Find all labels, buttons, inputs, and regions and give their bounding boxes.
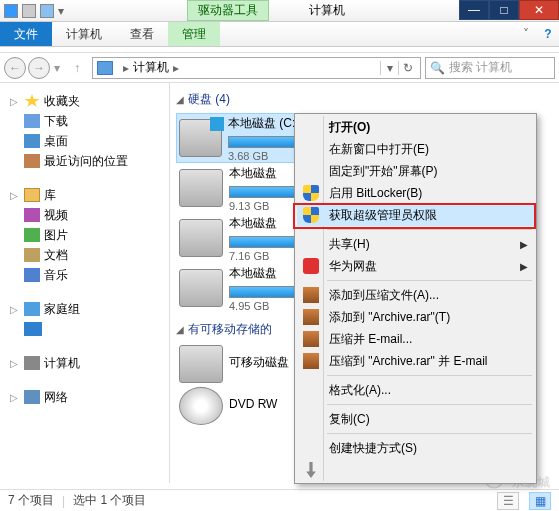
context-menu: 打开(O) 在新窗口中打开(E) 固定到"开始"屏幕(P) 启用 BitLock…	[294, 113, 537, 484]
network-icon	[24, 390, 40, 404]
drive-icon	[179, 119, 222, 157]
archive-icon	[303, 309, 319, 325]
homegroup-icon	[24, 322, 42, 336]
qat-icon[interactable]	[40, 4, 54, 18]
close-button[interactable]: ✕	[519, 0, 559, 20]
nav-pictures[interactable]: 图片	[4, 225, 165, 245]
breadcrumb-sep[interactable]: ▸	[173, 61, 179, 75]
video-icon	[24, 208, 40, 222]
ctx-pin-start[interactable]: 固定到"开始"屏幕(P)	[297, 160, 534, 182]
window-controls: — □ ✕	[459, 0, 559, 22]
address-bar[interactable]: ▸ 计算机 ▸ ▾ ↻	[92, 57, 421, 79]
ribbon-collapse-icon[interactable]: ˅	[515, 22, 537, 46]
ctx-add-archive-rar[interactable]: 添加到 "Archive.rar"(T)	[297, 306, 534, 328]
archive-icon	[303, 331, 319, 347]
ctx-compress-email[interactable]: 压缩并 E-mail...	[297, 328, 534, 350]
status-item-count: 7 个项目	[8, 492, 54, 509]
title-bar: ▾ 驱动器工具 计算机 — □ ✕	[0, 0, 559, 22]
ctx-separator	[327, 280, 532, 281]
help-icon[interactable]: ?	[537, 22, 559, 46]
quick-access-toolbar: ▾	[0, 4, 72, 18]
ctx-separator	[327, 229, 532, 230]
nav-videos[interactable]: 视频	[4, 205, 165, 225]
nav-documents[interactable]: 文档	[4, 245, 165, 265]
tab-file[interactable]: 文件	[0, 22, 52, 46]
tab-computer[interactable]: 计算机	[52, 22, 116, 46]
nav-music[interactable]: 音乐	[4, 265, 165, 285]
drive-icon	[179, 169, 223, 207]
huawei-icon	[303, 258, 319, 274]
window-title: 计算机	[309, 2, 345, 19]
nav-homegroup[interactable]: ▷家庭组	[4, 299, 165, 319]
status-selected-count: 选中 1 个项目	[73, 492, 146, 509]
nav-recent[interactable]: 最近访问的位置	[4, 151, 165, 171]
drive-icon	[179, 219, 223, 257]
ctx-open[interactable]: 打开(O)	[297, 116, 534, 138]
archive-icon	[303, 287, 319, 303]
up-button[interactable]: ↑	[66, 57, 88, 79]
nav-libraries[interactable]: ▷库	[4, 185, 165, 205]
ctx-separator	[327, 433, 532, 434]
submenu-arrow-icon: ▶	[520, 239, 528, 250]
forward-button[interactable]: →	[28, 57, 50, 79]
nav-homegroup-item[interactable]	[4, 319, 165, 339]
view-details-button[interactable]: ☰	[497, 492, 519, 510]
download-icon	[24, 114, 40, 128]
ctx-separator	[327, 404, 532, 405]
minimize-button[interactable]: —	[459, 0, 489, 20]
search-box[interactable]: 🔍 搜索 计算机	[425, 57, 555, 79]
maximize-button[interactable]: □	[489, 0, 519, 20]
qat-icon[interactable]	[22, 4, 36, 18]
nav-favorites[interactable]: ▷收藏夹	[4, 91, 165, 111]
drive-icon	[179, 345, 223, 383]
desktop-icon	[24, 134, 40, 148]
qat-dropdown-icon[interactable]: ▾	[58, 4, 72, 18]
breadcrumb-sep[interactable]: ▸	[123, 61, 129, 75]
search-icon: 🔍	[430, 61, 445, 75]
library-icon	[24, 188, 40, 202]
nav-network[interactable]: ▷网络	[4, 387, 165, 407]
refresh-icon[interactable]: ↻	[398, 61, 416, 75]
star-icon	[24, 94, 40, 108]
history-dropdown-icon[interactable]: ▾	[54, 61, 60, 75]
nav-desktop[interactable]: 桌面	[4, 131, 165, 151]
ctx-share[interactable]: 共享(H)▶	[297, 233, 534, 255]
shield-icon	[303, 185, 319, 201]
address-dropdown-icon[interactable]: ▾	[380, 61, 398, 75]
ctx-create-shortcut[interactable]: 创建快捷方式(S)	[297, 437, 534, 459]
ctx-bitlocker[interactable]: 启用 BitLocker(B)	[297, 182, 534, 204]
picture-icon	[24, 228, 40, 242]
ctx-huawei[interactable]: 华为网盘▶	[297, 255, 534, 277]
ctx-format[interactable]: 格式化(A)...	[297, 379, 534, 401]
music-icon	[24, 268, 40, 282]
ctx-get-admin[interactable]: 获取超级管理员权限	[297, 204, 534, 226]
ctx-compress-rar-email[interactable]: 压缩到 "Archive.rar" 并 E-mail	[297, 350, 534, 372]
search-placeholder: 搜索 计算机	[449, 59, 512, 76]
view-tiles-button[interactable]: ▦	[529, 492, 551, 510]
submenu-arrow-icon: ▶	[520, 261, 528, 272]
shield-icon	[303, 207, 319, 223]
navigation-pane: ▷收藏夹 下载 桌面 最近访问的位置 ▷库 视频 图片 文档 音乐 ▷家庭组 ▷…	[0, 83, 170, 483]
qat-icon[interactable]	[4, 4, 18, 18]
nav-computer[interactable]: ▷计算机	[4, 353, 165, 373]
ctx-separator	[327, 375, 532, 376]
ctx-add-archive[interactable]: 添加到压缩文件(A)...	[297, 284, 534, 306]
breadcrumb-computer[interactable]: 计算机	[133, 59, 169, 76]
contextual-tab-drive-tools[interactable]: 驱动器工具	[187, 0, 269, 21]
back-button[interactable]: ←	[4, 57, 26, 79]
dvd-icon	[179, 387, 223, 425]
tab-manage[interactable]: 管理	[168, 22, 220, 46]
computer-icon	[24, 356, 40, 370]
ctx-open-new-window[interactable]: 在新窗口中打开(E)	[297, 138, 534, 160]
homegroup-icon	[24, 302, 40, 316]
nav-downloads[interactable]: 下载	[4, 111, 165, 131]
drive-icon	[179, 269, 223, 307]
document-icon	[24, 248, 40, 262]
tab-view[interactable]: 查看	[116, 22, 168, 46]
recent-icon	[24, 154, 40, 168]
section-hard-disks[interactable]: ◢硬盘 (4)	[176, 89, 559, 109]
ctx-copy[interactable]: 复制(C)	[297, 408, 534, 430]
pin-icon	[303, 462, 319, 478]
ribbon-tabs: 文件 计算机 查看 管理 ˅ ?	[0, 22, 559, 47]
ctx-pin[interactable]	[297, 459, 534, 481]
